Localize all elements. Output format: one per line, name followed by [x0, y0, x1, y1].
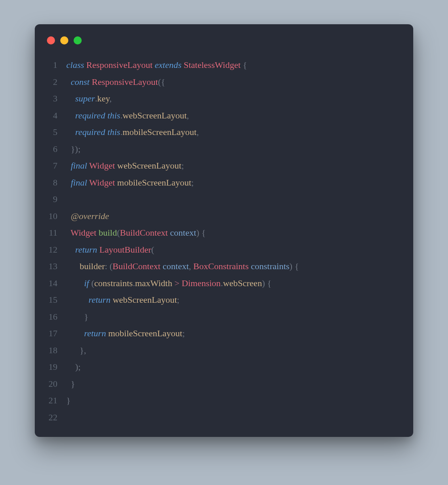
code-line[interactable]: 11 Widget build(BuildContext context) {: [46, 224, 402, 241]
code-line[interactable]: 21}: [46, 392, 402, 409]
code-line[interactable]: 22: [46, 409, 402, 426]
close-icon[interactable]: [47, 36, 55, 44]
line-number: 8: [46, 174, 66, 191]
token: context: [170, 228, 197, 238]
token: (: [91, 278, 94, 288]
token: final: [71, 160, 87, 171]
token: ({: [158, 77, 165, 87]
token: extends: [155, 60, 182, 70]
token: return: [89, 295, 110, 305]
line-number: 10: [46, 208, 66, 225]
code-content[interactable]: required this.mobileScreenLayout,: [66, 124, 402, 141]
token: ;: [191, 177, 194, 188]
code-line[interactable]: 14 if (constraints.maxWidth > Dimension.…: [46, 275, 402, 292]
line-number: 4: [46, 107, 66, 124]
token: super: [75, 93, 95, 103]
token: ,: [187, 110, 189, 120]
code-content[interactable]: return webScreenLayout;: [66, 291, 402, 308]
code-line[interactable]: 2 const ResponsiveLayout({: [46, 74, 402, 91]
code-line[interactable]: 8 final Widget mobileScreenLayout;: [46, 174, 402, 191]
token: BoxConstraints: [193, 261, 249, 271]
code-content[interactable]: required this.webScreenLayout,: [66, 107, 402, 124]
code-content[interactable]: return LayoutBuilder(: [66, 241, 402, 258]
token: {: [243, 60, 247, 70]
code-content[interactable]: if (constraints.maxWidth > Dimension.web…: [66, 275, 402, 292]
token: ): [196, 228, 199, 238]
line-number: 20: [46, 375, 66, 392]
token: {: [267, 278, 272, 288]
line-number: 3: [46, 90, 66, 107]
token: mobileScreenLayout: [117, 177, 191, 188]
code-content[interactable]: @override: [66, 208, 402, 225]
code-line[interactable]: 10 @override: [46, 208, 402, 225]
token: StatelessWidget: [184, 60, 241, 70]
token: Widget: [71, 228, 97, 238]
code-line[interactable]: 5 required this.mobileScreenLayout,: [46, 124, 402, 141]
token: Dimension: [182, 278, 221, 288]
line-number: 21: [46, 392, 66, 409]
code-content[interactable]: }: [66, 375, 402, 392]
code-content[interactable]: );: [66, 358, 402, 375]
token: mobileScreenLayout: [123, 127, 197, 137]
token: Widget: [89, 177, 115, 188]
line-number: 18: [46, 342, 66, 359]
code-line[interactable]: 13 builder: (BuildContext context, BoxCo…: [46, 258, 402, 275]
token: BuildContext: [120, 228, 168, 238]
code-content[interactable]: [66, 409, 402, 426]
code-content[interactable]: class ResponsiveLayout extends Stateless…: [66, 57, 402, 74]
code-content[interactable]: super.key,: [66, 90, 402, 107]
token: if: [84, 278, 89, 288]
token: key: [97, 93, 109, 103]
minimize-icon[interactable]: [60, 36, 68, 44]
code-line[interactable]: 16 }: [46, 308, 402, 325]
code-window: 1class ResponsiveLayout extends Stateles…: [35, 24, 413, 437]
code-editor[interactable]: 1class ResponsiveLayout extends Stateles…: [46, 57, 402, 426]
code-line[interactable]: 18 },: [46, 342, 402, 359]
code-line[interactable]: 20 }: [46, 375, 402, 392]
line-number: 15: [46, 291, 66, 308]
code-line[interactable]: 19 );: [46, 358, 402, 375]
maximize-icon[interactable]: [74, 36, 82, 44]
code-line[interactable]: 17 return mobileScreenLayout;: [46, 325, 402, 342]
token: webScreenLayout: [123, 110, 187, 120]
line-number: 2: [46, 74, 66, 91]
token: constraints: [251, 261, 290, 271]
token: maxWidth: [135, 278, 172, 288]
code-line[interactable]: 9: [46, 191, 402, 208]
code-line[interactable]: 4 required this.webScreenLayout,: [46, 107, 402, 124]
token: this: [108, 110, 120, 120]
code-line[interactable]: 15 return webScreenLayout;: [46, 291, 402, 308]
code-line[interactable]: 1class ResponsiveLayout extends Stateles…: [46, 57, 402, 74]
code-content[interactable]: builder: (BuildContext context, BoxConst…: [66, 258, 402, 275]
code-line[interactable]: 6 });: [46, 141, 402, 158]
line-number: 11: [46, 224, 66, 241]
code-content[interactable]: [66, 191, 402, 208]
token: ResponsiveLayout: [87, 60, 153, 70]
line-number: 16: [46, 308, 66, 325]
code-content[interactable]: final Widget webScreenLayout;: [66, 157, 402, 174]
code-content[interactable]: }: [66, 392, 402, 409]
code-content[interactable]: });: [66, 141, 402, 158]
line-number: 17: [46, 325, 66, 342]
token: webScreen: [223, 278, 262, 288]
line-number: 12: [46, 241, 66, 258]
code-line[interactable]: 7 final Widget webScreenLayout;: [46, 157, 402, 174]
line-number: 7: [46, 157, 66, 174]
token: return: [75, 245, 97, 255]
token: LayoutBuilder: [99, 245, 151, 255]
code-content[interactable]: final Widget mobileScreenLayout;: [66, 174, 402, 191]
code-content[interactable]: Widget build(BuildContext context) {: [66, 224, 402, 241]
code-line[interactable]: 12 return LayoutBuilder(: [46, 241, 402, 258]
token: (: [117, 228, 120, 238]
code-content[interactable]: return mobileScreenLayout;: [66, 325, 402, 342]
code-content[interactable]: const ResponsiveLayout({: [66, 74, 402, 91]
token: webScreenLayout: [117, 160, 182, 171]
token: ;: [177, 295, 180, 305]
token: }: [66, 395, 71, 405]
code-content[interactable]: }: [66, 308, 402, 325]
token: }: [71, 379, 75, 389]
code-line[interactable]: 3 super.key,: [46, 90, 402, 107]
token: mobileScreenLayout: [108, 328, 182, 338]
code-content[interactable]: },: [66, 342, 402, 359]
token: build: [99, 228, 117, 238]
